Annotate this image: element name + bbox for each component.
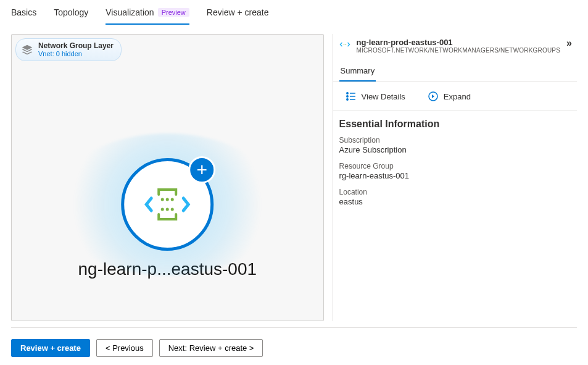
svg-point-8 bbox=[346, 93, 347, 94]
svg-point-4 bbox=[166, 208, 169, 211]
svg-point-10 bbox=[346, 96, 347, 97]
layer-badge[interactable]: Network Group Layer Vnet: 0 hidden bbox=[15, 38, 122, 61]
location-label: Location bbox=[339, 188, 571, 196]
previous-button[interactable]: < Previous bbox=[96, 339, 153, 357]
subscription-value: Azure Subscription bbox=[339, 145, 571, 154]
tab-visualization[interactable]: Visualization Preview bbox=[106, 5, 189, 25]
svg-point-3 bbox=[161, 208, 164, 211]
list-icon bbox=[346, 91, 357, 102]
tabs: Basics Topology Visualization Preview Re… bbox=[0, 0, 588, 25]
details-panel: ng-learn-prod-eastus-001 MICROSOFT.NETWO… bbox=[333, 34, 577, 321]
layer-title: Network Group Layer bbox=[38, 42, 114, 50]
view-details-label: View Details bbox=[362, 92, 405, 101]
review-create-button[interactable]: Review + create bbox=[11, 339, 90, 357]
layer-subtitle[interactable]: Vnet: 0 hidden bbox=[38, 50, 114, 57]
svg-point-12 bbox=[346, 99, 347, 100]
location-value: eastus bbox=[339, 197, 571, 206]
expand-icon bbox=[428, 91, 439, 102]
svg-point-5 bbox=[171, 208, 174, 211]
resource-icon bbox=[339, 39, 350, 50]
subscription-label: Subscription bbox=[339, 136, 571, 145]
add-icon[interactable]: + bbox=[188, 156, 215, 183]
resource-group-value: rg-learn-eastus-001 bbox=[339, 171, 571, 180]
panel-title: ng-learn-prod-eastus-001 bbox=[357, 38, 561, 47]
resource-group-label: Resource Group bbox=[339, 162, 571, 170]
svg-point-7 bbox=[345, 44, 346, 45]
svg-point-0 bbox=[161, 198, 164, 201]
svg-point-1 bbox=[166, 198, 169, 201]
panel-tab-summary[interactable]: Summary bbox=[339, 61, 376, 82]
essential-heading: Essential Information bbox=[333, 111, 577, 133]
preview-badge: Preview bbox=[158, 8, 189, 17]
node-circle[interactable]: + bbox=[121, 158, 213, 251]
layers-icon bbox=[21, 44, 33, 56]
tab-visualization-label: Visualization bbox=[106, 7, 154, 17]
svg-point-6 bbox=[343, 44, 344, 45]
expand-button[interactable]: Expand bbox=[421, 91, 471, 102]
view-details-button[interactable]: View Details bbox=[339, 91, 405, 102]
tab-topology[interactable]: Topology bbox=[54, 5, 88, 25]
panel-subtitle: MICROSOFT.NETWORK/NETWORKMANAGERS/NETWOR… bbox=[357, 47, 561, 54]
network-group-node[interactable]: + ng-learn-p...eastus-001 bbox=[78, 158, 257, 279]
collapse-icon[interactable]: » bbox=[566, 38, 574, 49]
tab-basics[interactable]: Basics bbox=[11, 5, 36, 25]
tab-review-create[interactable]: Review + create bbox=[207, 5, 269, 25]
footer: Review + create < Previous Next: Review … bbox=[0, 328, 588, 365]
visualization-canvas[interactable]: Network Group Layer Vnet: 0 hidden bbox=[11, 34, 324, 321]
svg-point-2 bbox=[171, 198, 174, 201]
network-group-icon bbox=[143, 186, 192, 223]
expand-label: Expand bbox=[444, 92, 471, 101]
next-button[interactable]: Next: Review + create > bbox=[159, 339, 263, 357]
